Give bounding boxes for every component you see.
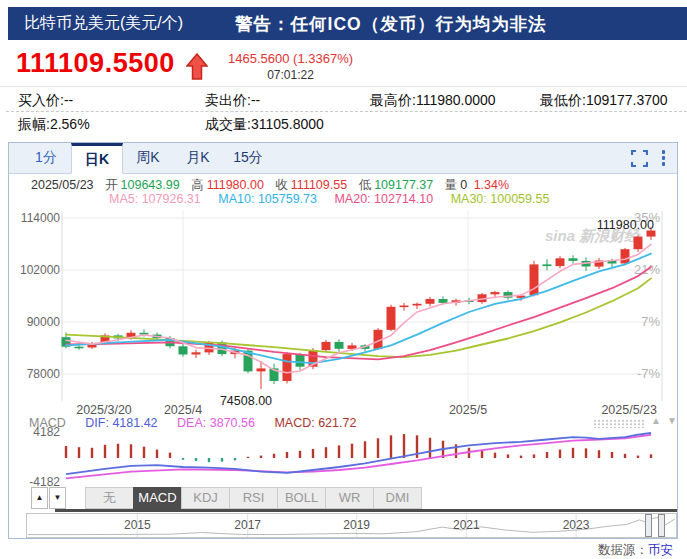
tab-icons (631, 143, 666, 173)
svg-text:2025/4: 2025/4 (164, 403, 202, 417)
data-source: 数据源：币安 (598, 542, 673, 559)
macd-name: MACD (29, 416, 66, 430)
macd-drag-handle[interactable] (593, 419, 645, 428)
low-value: 109177.37 (374, 178, 433, 192)
history-navigator[interactable]: 2015 2017 2019 2021 2023 (26, 513, 677, 538)
ico-warning-text: 警告：任何ICO（发币）行为均为非法 (235, 12, 547, 36)
last-price: 111109.5500 (16, 48, 175, 79)
high-value: 111980.00 (207, 178, 264, 192)
indicator-tab-kdj[interactable]: KDJ (181, 487, 230, 509)
volume: 成交量:31105.8000 (205, 116, 324, 134)
price-up-arrow-icon (186, 53, 208, 81)
macd-readout: MACD DIF: 4181.42 DEA: 3870.56 MACD: 621… (29, 416, 372, 430)
price-change-block: 1465.5600 (1.3367%) 07:01:22 (228, 51, 353, 82)
svg-text:114000: 114000 (21, 211, 60, 225)
quote-time: 07:01:22 (228, 68, 353, 82)
nav-year-2019: 2019 (343, 518, 370, 532)
ask-price: 卖出价:-- (205, 92, 260, 110)
nav-handle-right[interactable] (658, 514, 665, 537)
tab-daily[interactable]: 日K (71, 143, 123, 174)
svg-text:7%: 7% (641, 314, 660, 329)
indicator-tab-row: ▲ ▼ 无 MACD KDJ RSI BOLL WR DMI (31, 487, 422, 509)
indicator-tab-rsi[interactable]: RSI (229, 487, 278, 509)
svg-text:2025/3/20: 2025/3/20 (76, 403, 132, 417)
instrument-title: 比特币兑美元(美元/个) (24, 13, 183, 34)
ma10-readout: MA10: 105759.73 (218, 192, 317, 206)
svg-text:-7%: -7% (637, 366, 661, 381)
svg-text:111980.00: 111980.00 (597, 218, 654, 232)
indicator-tab-dmi[interactable]: DMI (373, 487, 422, 509)
nav-year-2017: 2017 (234, 518, 261, 532)
dea-readout: DEA: 3870.56 (177, 416, 255, 430)
ma5-readout: MA5: 107926.31 (109, 192, 201, 206)
ma20-readout: MA20: 102714.10 (334, 192, 433, 206)
nav-year-2015: 2015 (124, 518, 151, 532)
bid-price: 买入价:-- (18, 92, 73, 110)
svg-text:2025/5: 2025/5 (449, 403, 487, 417)
divider (0, 86, 687, 87)
macd-collapse-down-icon[interactable]: ▼ (667, 415, 677, 426)
period-tab-bar: 1分 日K 周K 月K 15分 (9, 143, 677, 174)
macd-value-readout: MACD: 621.72 (274, 416, 356, 430)
page: 比特币兑美元(美元/个) 警告：任何ICO（发币）行为均为非法 111109.5… (0, 0, 687, 559)
nav-handle-left[interactable] (645, 514, 652, 537)
indicator-tabs: 无 MACD KDJ RSI BOLL WR DMI (86, 487, 422, 509)
indicator-up-button[interactable]: ▲ (31, 487, 48, 509)
svg-text:78000: 78000 (27, 367, 61, 381)
dif-readout: DIF: 4181.42 (85, 416, 157, 430)
amplitude: 振幅:2.56% (18, 116, 90, 134)
main-chart-canvas[interactable]: 11400035%10200021%900007%78000-7%sina 新浪… (9, 173, 677, 539)
svg-text:102000: 102000 (20, 263, 60, 277)
svg-text:74508.00: 74508.00 (220, 394, 272, 408)
source-link[interactable]: 币安 (648, 543, 673, 557)
open-value: 109643.99 (121, 178, 180, 192)
macd-collapse-up-icon[interactable]: ▲ (651, 415, 661, 426)
indicator-tab-none[interactable]: 无 (85, 487, 134, 509)
day-high: 最高价:111980.0000 (370, 92, 496, 110)
tab-monthly[interactable]: 月K (173, 143, 223, 173)
title-bar: 比特币兑美元(美元/个) 警告：任何ICO（发币）行为均为非法 (8, 7, 687, 40)
indicator-tab-boll[interactable]: BOLL (277, 487, 326, 509)
fullscreen-icon[interactable] (631, 150, 648, 167)
nav-year-2023: 2023 (563, 518, 590, 532)
ohlc-date: 2025/05/23 (31, 178, 94, 192)
chart-panel: 1分 日K 周K 月K 15分 11400035%10200021%900007… (8, 142, 678, 539)
svg-text:90000: 90000 (27, 315, 61, 329)
nav-year-2021: 2021 (453, 518, 480, 532)
svg-text:2025/5/23: 2025/5/23 (601, 403, 657, 417)
tab-15min[interactable]: 15分 (223, 143, 273, 173)
tab-weekly[interactable]: 周K (123, 143, 173, 173)
volume-value: 0 (460, 178, 467, 192)
pct-value: 1.34% (474, 178, 509, 192)
indicator-down-button[interactable]: ▼ (49, 487, 66, 509)
ma-readout: MA5: 107926.31 MA10: 105759.73 MA20: 102… (109, 192, 563, 206)
indicator-tab-macd[interactable]: MACD (133, 487, 182, 509)
dashed-divider (6, 111, 687, 112)
menu-dots-icon[interactable] (662, 150, 666, 166)
chart-body: 11400035%10200021%900007%78000-7%sina 新浪… (9, 173, 677, 538)
quote-info-row-1: 买入价:-- 卖出价:-- 最高价:111980.0000 最低价:109177… (0, 92, 687, 112)
quote-info-row-2: 振幅:2.56% 成交量:31105.8000 (0, 116, 687, 136)
ma30-readout: MA30: 100059.55 (451, 192, 550, 206)
tab-1min[interactable]: 1分 (21, 143, 71, 173)
day-low: 最低价:109177.3700 (540, 92, 668, 110)
close-value: 111109.55 (291, 178, 347, 192)
price-change: 1465.5600 (1.3367%) (228, 51, 353, 66)
indicator-underline (55, 509, 677, 512)
indicator-tab-wr[interactable]: WR (325, 487, 374, 509)
